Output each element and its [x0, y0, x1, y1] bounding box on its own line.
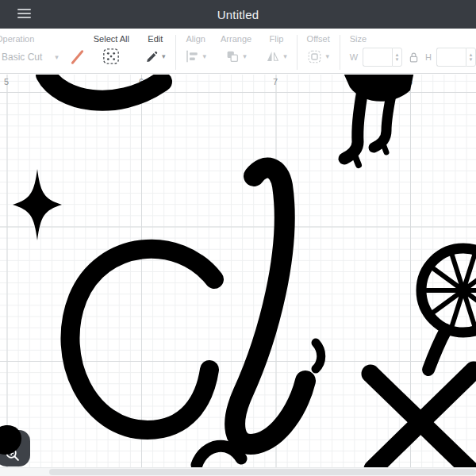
stepper-down-icon: ▼ [395, 58, 400, 62]
chevron-down-icon: ▾ [283, 53, 287, 60]
offset-icon [307, 49, 322, 64]
select-all-control: Select All [94, 34, 129, 66]
arrange-control: Arrange ▾ [221, 34, 251, 66]
size-group: Size W ▲ ▼ H [350, 34, 476, 67]
height-input[interactable] [436, 48, 466, 67]
flip-button[interactable]: ▾ [266, 47, 287, 66]
toolbar-divider [175, 35, 176, 70]
select-all-label: Select All [94, 34, 129, 44]
design-canvas[interactable]: 5 6 7 8 [0, 75, 476, 476]
app-window: Untitled Operation Basic Cut ▾ Select Al… [0, 0, 476, 74]
chevron-down-icon: ▾ [202, 53, 206, 60]
height-field: ▲ ▼ [436, 48, 476, 67]
canvas-shape-corner-blob[interactable] [0, 424, 24, 459]
menu-icon[interactable] [17, 9, 31, 18]
chevron-down-icon: ▾ [243, 53, 247, 60]
operation-label: Operation [0, 34, 34, 44]
stepper-down-icon: ▼ [469, 58, 474, 62]
canvas-shape-partial-letter-bottom[interactable] [197, 446, 241, 465]
design-artwork [0, 75, 476, 476]
canvas-shape-partial-letter[interactable] [46, 75, 172, 101]
offset-control: Offset ▾ [307, 34, 330, 66]
size-label: Size [350, 34, 367, 44]
canvas-shape-script-letter-a[interactable] [70, 168, 321, 444]
width-field: ▲ ▼ [363, 48, 402, 67]
arrange-icon [225, 49, 240, 63]
edit-toolbar: Operation Basic Cut ▾ Select All [0, 29, 476, 74]
offset-label: Offset [307, 34, 330, 44]
align-icon [185, 49, 199, 63]
operation-dropdown[interactable]: Basic Cut ▾ [2, 48, 59, 66]
height-stepper[interactable]: ▲ ▼ [466, 48, 476, 67]
canvas-shape-figure-legs[interactable] [343, 75, 414, 165]
flip-icon [266, 49, 280, 63]
document-title: Untitled [217, 8, 259, 21]
align-control: Align ▾ [185, 34, 206, 66]
scrollbar-thumb[interactable] [49, 469, 476, 475]
arrange-button[interactable]: ▾ [225, 47, 247, 66]
align-button[interactable]: ▾ [185, 47, 206, 66]
edit-label: Edit [148, 34, 163, 44]
canvas-shape-sparkle[interactable] [13, 169, 62, 240]
chevron-down-icon: ▾ [162, 53, 166, 60]
chevron-down-icon: ▾ [325, 53, 329, 60]
pen-color-swatch[interactable] [68, 48, 87, 67]
edit-control: Edit ▾ [145, 34, 166, 66]
chevron-down-icon: ▾ [55, 54, 59, 61]
width-input[interactable] [363, 48, 392, 67]
operation-group: Operation Basic Cut ▾ [2, 34, 92, 67]
pen-stroke-icon [71, 50, 84, 65]
canvas-shape-skeleton-figure[interactable] [370, 248, 476, 472]
operation-dropdown-value: Basic Cut [2, 52, 42, 63]
flip-label: Flip [270, 34, 284, 44]
offset-button[interactable]: ▾ [307, 47, 329, 66]
toolbar-divider [340, 35, 340, 70]
toolbar-divider [297, 35, 298, 70]
horizontal-scrollbar[interactable] [0, 467, 476, 476]
select-all-icon [102, 48, 120, 65]
pencil-icon [145, 50, 159, 63]
stepper-up-icon: ▲ [395, 53, 400, 57]
stepper-up-icon: ▲ [469, 53, 474, 57]
select-all-button[interactable] [102, 47, 120, 66]
flip-control: Flip ▾ [266, 34, 287, 66]
lock-icon [409, 52, 419, 63]
width-stepper[interactable]: ▲ ▼ [392, 48, 402, 67]
edit-button[interactable]: ▾ [145, 47, 166, 66]
arrange-label: Arrange [221, 34, 251, 44]
title-bar: Untitled [0, 0, 476, 29]
aspect-lock-button[interactable] [409, 52, 419, 63]
height-label: H [425, 52, 432, 62]
align-label: Align [186, 34, 205, 44]
width-label: W [350, 52, 358, 62]
